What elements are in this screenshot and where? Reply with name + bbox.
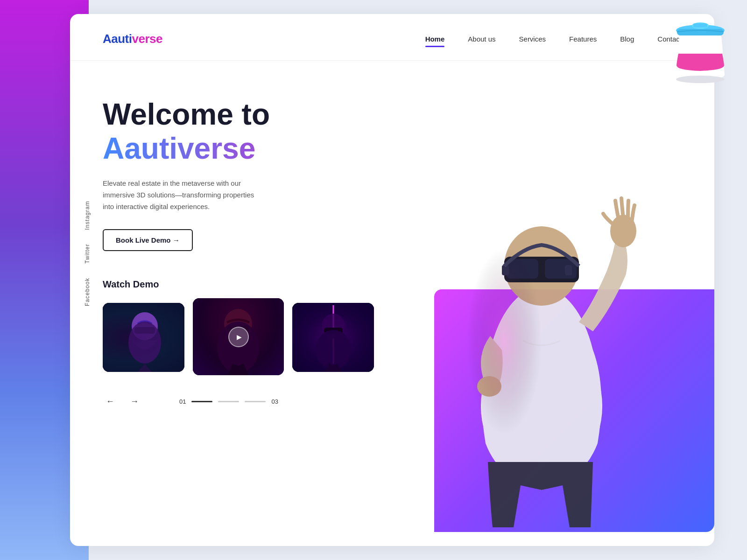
- nav-links: Home About us Services Features Blog Con…: [425, 35, 682, 43]
- hero-description: Elevate real estate in the metaverse wit…: [103, 178, 261, 212]
- page-end: 03: [271, 398, 278, 405]
- social-instagram[interactable]: Instagram: [84, 201, 91, 230]
- next-arrow[interactable]: →: [127, 394, 142, 409]
- svg-rect-24: [693, 23, 707, 28]
- navbar: Aautiverse Home About us Services Featur…: [70, 14, 714, 61]
- dot-2[interactable]: [218, 401, 239, 402]
- dot-1[interactable]: [191, 401, 212, 402]
- social-facebook[interactable]: Facebook: [84, 278, 91, 306]
- logo-text-auti: auti: [111, 32, 132, 46]
- social-links: Instagram Twitter Facebook: [84, 201, 91, 306]
- play-button[interactable]: [228, 327, 249, 347]
- main-card: Aautiverse Home About us Services Featur…: [70, 14, 714, 546]
- logo[interactable]: Aautiverse: [103, 32, 162, 46]
- svg-point-20: [316, 330, 351, 369]
- svg-point-25: [676, 76, 725, 83]
- nav-item-services[interactable]: Services: [519, 35, 546, 43]
- hero-content: Welcome to Aautiverse Elevate real estat…: [103, 89, 374, 251]
- hero-title-line2: Aautiverse: [103, 131, 374, 167]
- demo-thumbnail-1[interactable]: [103, 303, 184, 372]
- nav-item-features[interactable]: Features: [569, 35, 597, 43]
- demo-thumbnail-3[interactable]: [292, 303, 374, 372]
- hero-section: Welcome to Aautiverse Elevate real estat…: [70, 61, 714, 251]
- dot-3[interactable]: [245, 401, 266, 402]
- coffee-cup-decoration: [672, 19, 728, 84]
- logo-icon: A: [103, 32, 111, 46]
- page-start: 01: [179, 398, 186, 405]
- nav-item-home[interactable]: Home: [425, 35, 445, 43]
- social-twitter[interactable]: Twitter: [84, 244, 91, 264]
- book-demo-button[interactable]: Book Live Demo →: [103, 229, 193, 251]
- svg-point-12: [128, 322, 161, 364]
- hero-image-area: [416, 112, 714, 532]
- nav-item-about[interactable]: About us: [468, 35, 495, 43]
- hero-title-line1: Welcome to: [103, 98, 374, 131]
- nav-item-blog[interactable]: Blog: [620, 35, 634, 43]
- logo-text-verse: verse: [132, 32, 162, 46]
- svg-point-9: [467, 247, 542, 434]
- prev-arrow[interactable]: ←: [103, 394, 118, 409]
- demo-thumbnail-2[interactable]: [193, 298, 284, 375]
- page-dots: 01 03: [179, 398, 278, 405]
- svg-rect-6: [565, 265, 572, 275]
- hero-vr-person: [416, 112, 686, 527]
